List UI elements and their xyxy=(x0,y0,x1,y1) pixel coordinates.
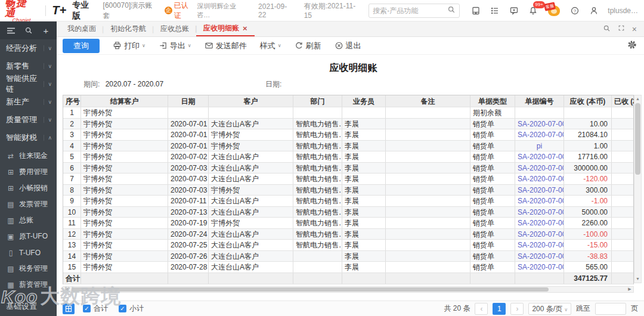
table-row[interactable]: 1宇博外贸期初余额 xyxy=(63,107,633,119)
sidebar-subitem-7[interactable]: ▯T-UFO xyxy=(0,244,57,261)
vertical-scrollbar[interactable]: ▲ ▼ xyxy=(634,95,642,283)
table-row[interactable]: 3宇博外贸2020-07-01宇博外贸智航电力销售…李晨销货单SA-2020-0… xyxy=(63,129,633,141)
sidebar-subitem-1[interactable]: ⇄往来现金 xyxy=(0,148,57,164)
doc-number-link[interactable]: SA-2020-07-00… xyxy=(515,185,564,196)
scroll-up-arrow-icon[interactable]: ▲ xyxy=(636,95,640,103)
doc-number-link[interactable]: SA-2020-07-00… xyxy=(515,251,564,262)
settings-gear-icon[interactable] xyxy=(627,40,637,51)
tab-close-icon[interactable]: × xyxy=(243,24,247,33)
table-row[interactable]: 5宇博外贸2020-07-02大连台山A客户智航电力销售…李晨销货单SA-202… xyxy=(63,151,633,163)
user-icon[interactable] xyxy=(589,5,599,16)
vertical-scroll-thumb[interactable] xyxy=(635,103,640,175)
scroll-left-arrow-icon[interactable]: ◀ xyxy=(63,287,70,292)
notification-bell-icon[interactable]: 99+ xyxy=(528,5,538,16)
export-button[interactable]: 导出∨ xyxy=(159,41,191,51)
sidebar-add-icon[interactable]: + xyxy=(41,26,51,35)
horizontal-scrollbar[interactable]: ◀ ▶ xyxy=(63,286,634,293)
message-icon[interactable] xyxy=(509,5,519,16)
help-icon[interactable]: ? xyxy=(569,5,580,16)
summary-toggle-button[interactable] xyxy=(63,303,75,314)
doc-number-link[interactable]: SA-2020-07-00… xyxy=(515,174,564,184)
horizontal-scroll-thumb[interactable] xyxy=(72,287,549,292)
next-page-button[interactable]: › xyxy=(510,303,524,315)
table-row[interactable]: 2宇博外贸2020-07-01大连台山A客户智航电力销售…李晨销货单SA-202… xyxy=(63,119,633,130)
table-cell: 销货单 xyxy=(470,207,515,218)
sidebar-item-3[interactable]: 智能供应链∨ xyxy=(0,75,57,93)
exit-button[interactable]: 退出 xyxy=(335,41,361,51)
sidebar-subitem-8[interactable]: ▤税务管理 xyxy=(0,261,57,277)
sidebar-search-icon[interactable] xyxy=(24,26,33,35)
tab-2[interactable]: 初始化导航 xyxy=(103,21,153,36)
sidebar-item-6[interactable]: 智能财税∧ xyxy=(0,129,57,147)
tab-3[interactable]: 应收总账 xyxy=(153,21,196,36)
certification-badge[interactable]: 企 已认证 深圳明辉企业咨… xyxy=(165,1,249,21)
tab-search-icon[interactable] xyxy=(603,24,611,34)
table-cell xyxy=(386,163,470,174)
table-row[interactable]: 8宇博外贸2020-07-03宇博外贸智航电力销售…李晨销货单SA-2020-0… xyxy=(63,185,633,196)
doc-number-link[interactable]: SA-2020-07-00… xyxy=(515,163,564,174)
tabbar-close-icon[interactable]: × xyxy=(632,24,637,34)
tab-4[interactable]: 应收明细账× xyxy=(196,21,255,36)
doc-number-link[interactable]: SA-2020-07-00… xyxy=(515,151,564,162)
sidebar-subitem-4[interactable]: ▤发票管理 xyxy=(0,196,57,212)
current-date: 2021-09-22 xyxy=(258,2,295,19)
doc-number-link[interactable]: SA-2020-07-00… xyxy=(515,240,564,250)
table-row[interactable]: 11宇博外贸2020-07-19宇博外贸智航电力销售…李晨销货单SA-2020-… xyxy=(63,218,633,229)
doc-number-link[interactable]: pi xyxy=(515,141,564,151)
table-row[interactable]: 10宇博外贸2020-07-13大连台山A客户智航电力销售…李晨销货单SA-20… xyxy=(63,207,633,218)
menu-hamburger-icon[interactable] xyxy=(6,26,16,35)
table-row[interactable]: 4宇博外贸2020-07-01宇博外贸智航电力销售…李晨销货单pi1.00 xyxy=(63,141,633,152)
table-cell: 13 xyxy=(63,240,81,250)
sidebar-subitem-3[interactable]: ⊞小畅报销 xyxy=(0,180,57,196)
doc-number-link[interactable]: SA-2020-07-00… xyxy=(515,262,564,272)
doc-number-link[interactable]: SA-2020-07-00… xyxy=(515,119,564,129)
table-row[interactable]: 12宇博外贸2020-07-24大连台山A客户智航电力销售…李晨销货单SA-20… xyxy=(63,229,633,240)
sidebar-item-5[interactable]: 质量管理∨ xyxy=(0,111,57,129)
search-icon[interactable] xyxy=(447,5,456,16)
subtotal-checkbox[interactable]: ✓ 小计 xyxy=(119,303,144,314)
tab-1[interactable]: 我的桌面 xyxy=(60,21,103,36)
page-size-select[interactable]: 200 条/页∨ xyxy=(528,303,571,315)
scroll-right-arrow-icon[interactable]: ▶ xyxy=(626,287,633,292)
sidebar-item-1[interactable]: 经营分析∨ xyxy=(0,39,57,57)
table-row[interactable]: 9宇博外贸2020-07-11大连台山A客户智航电力销售…李晨销货单SA-202… xyxy=(63,196,633,207)
sidebar-subitem-6[interactable]: ▣原T-UFO xyxy=(0,228,57,244)
product-search[interactable] xyxy=(369,4,460,18)
print-button[interactable]: 打印∨ xyxy=(113,41,145,51)
doc-number-link[interactable]: SA-2020-07-00… xyxy=(515,218,564,228)
doc-number-link[interactable]: SA-2020-07-00… xyxy=(515,129,564,140)
sidebar-subitem-2[interactable]: ⊞费用管理 xyxy=(0,164,57,180)
fullscreen-icon[interactable] xyxy=(618,24,625,33)
query-button[interactable]: 查询 xyxy=(63,39,100,53)
total-checkbox[interactable]: ✓ 合计 xyxy=(83,303,108,314)
sidebar-subitem-9[interactable]: ▦薪资管理 xyxy=(0,277,57,293)
table-row[interactable]: 13宇博外贸2020-07-25大连台山A客户智航电力销售…李晨销货单SA-20… xyxy=(63,240,633,251)
doc-number-link[interactable]: SA-2020-07-00… xyxy=(515,207,564,218)
column-header: 备注 xyxy=(386,95,470,107)
style-button[interactable]: 样式∨ xyxy=(260,41,281,51)
refresh-button[interactable]: 刷新 xyxy=(295,41,321,51)
sidebar-item-4[interactable]: 新生产∨ xyxy=(0,93,57,111)
send-email-button[interactable]: 发送邮件 xyxy=(205,41,247,51)
search-input[interactable] xyxy=(373,7,445,15)
todo-list-icon[interactable] xyxy=(490,5,500,16)
username-label[interactable]: tplusde… xyxy=(608,7,638,15)
sidebar-item-settings[interactable]: 基础设置 xyxy=(0,299,57,314)
support-mascot-icon[interactable]: 客服 xyxy=(547,4,561,17)
workbench-icon[interactable] xyxy=(470,5,481,16)
doc-number-link[interactable]: SA-2020-07-00… xyxy=(515,196,564,206)
jump-page-input[interactable] xyxy=(595,303,626,315)
table-cell: 销货单 xyxy=(470,141,515,151)
table-zone: 序号结算客户日期客户部门业务员备注单据类型单据编号应收 (本币)已收 (本币)1… xyxy=(63,95,642,293)
sidebar-item-2[interactable]: 新零售∨ xyxy=(0,57,57,75)
table-row[interactable]: 15宇博外贸2020-07-28大连台山A客户李晨销货单SA-2020-07-0… xyxy=(63,262,633,273)
scroll-down-arrow-icon[interactable]: ▼ xyxy=(636,275,640,283)
current-page-button[interactable]: 1 xyxy=(493,303,506,315)
table-row[interactable]: 7宇博外贸2020-07-03大连台山A客户智航电力销售…李晨销货单SA-202… xyxy=(63,174,633,185)
table-row[interactable]: 6宇博外贸2020-07-03大连台山A客户智航电力销售…李晨销货单SA-202… xyxy=(63,163,633,174)
table-cell: 2020-07-13 xyxy=(168,207,209,218)
sidebar-subitem-5[interactable]: ▥总账 xyxy=(0,212,57,228)
table-row[interactable]: 14宇博外贸2020-07-26大连台山A客户李晨销货单SA-2020-07-0… xyxy=(63,251,633,262)
doc-number-link[interactable]: SA-2020-07-00… xyxy=(515,229,564,240)
prev-page-button[interactable]: ‹ xyxy=(475,303,488,315)
